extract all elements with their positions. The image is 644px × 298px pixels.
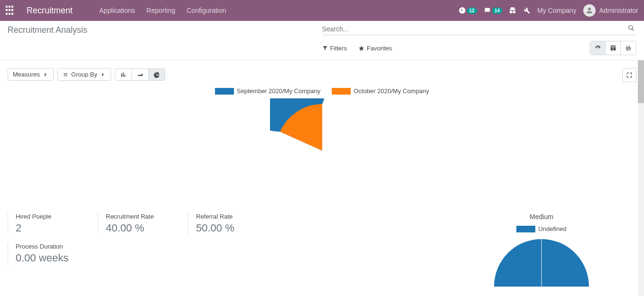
pie-svg (270, 98, 374, 203)
activity-indicator[interactable]: 12 (458, 7, 477, 14)
legend-item-1[interactable]: October 2020/My Company (332, 87, 429, 95)
medium-legend-label[interactable]: Undefined (538, 225, 566, 232)
app-brand[interactable]: Recruitment (27, 6, 73, 16)
metric-value: 50.00 % (196, 222, 271, 234)
view-graph-button[interactable] (621, 41, 636, 55)
list-icon (63, 72, 68, 77)
metric-value: 40.00 % (106, 222, 180, 234)
filters-label: Filters (330, 45, 347, 52)
nav-right: 12 14 My Company Administrator (458, 4, 638, 17)
medium-pie-svg (489, 234, 594, 287)
clock-icon (458, 7, 466, 14)
metric-hired: Hired Poeple 2 (8, 213, 98, 234)
view-dashboard-button[interactable] (590, 41, 606, 55)
graph-area: Measures Group By September (0, 60, 644, 296)
gift-icon (509, 7, 516, 14)
user-name: Administrator (599, 7, 638, 14)
scrollbar-thumb[interactable] (638, 60, 644, 103)
top-navbar: Recruitment Applications Reporting Confi… (0, 0, 644, 21)
pie-chart-icon (153, 71, 160, 78)
measures-label: Measures (13, 71, 40, 78)
view-switcher (590, 41, 636, 55)
medium-chart-block: Medium Undefined (461, 213, 622, 287)
activity-badge: 12 (467, 8, 477, 14)
nav-menu: Applications Reporting Configuration (99, 7, 226, 14)
pie-legend: September 2020/My Company October 2020/M… (8, 87, 636, 95)
dashboard-icon (595, 45, 601, 51)
main-pie-chart: September 2020/My Company October 2020/M… (8, 87, 636, 204)
nav-item-configuration[interactable]: Configuration (187, 7, 226, 14)
funnel-icon (322, 45, 328, 51)
nav-item-applications[interactable]: Applications (99, 7, 135, 14)
metric-value: 2 (16, 222, 90, 234)
measures-button[interactable]: Measures (8, 68, 54, 81)
metric-label: Recruitment Rate (106, 213, 180, 220)
expand-button[interactable] (622, 68, 636, 82)
chat-icon (484, 7, 491, 14)
line-chart-icon (137, 71, 143, 78)
search-input[interactable] (322, 25, 626, 33)
apps-icon[interactable] (6, 6, 15, 15)
search-bar (322, 25, 637, 35)
graph-icon (625, 45, 632, 51)
avatar (583, 4, 596, 17)
star-icon (358, 45, 364, 51)
medium-legend-swatch (516, 226, 535, 232)
expand-icon (626, 72, 633, 78)
caret-right-icon (45, 73, 48, 77)
pie-chart-button[interactable] (148, 68, 165, 81)
pivot-icon (610, 45, 616, 51)
groupby-button[interactable]: Group By (57, 68, 111, 81)
metric-label: Hired Poeple (16, 213, 90, 220)
metric-recruitment-rate: Recruitment Rate 40.00 % (98, 213, 188, 234)
metrics-row: Hired Poeple 2 Recruitment Rate 40.00 % … (8, 213, 636, 287)
line-chart-button[interactable] (131, 68, 149, 81)
metric-process-duration: Process Duration 0.00 weeks (8, 243, 278, 264)
medium-legend: Undefined (461, 225, 622, 232)
chart-type-group (115, 68, 165, 81)
scrollbar-track[interactable] (638, 60, 644, 296)
bar-chart-icon (120, 71, 127, 78)
user-icon (585, 6, 594, 15)
user-menu[interactable]: Administrator (583, 4, 638, 17)
metric-label: Referral Rate (196, 213, 271, 220)
legend-label-1: October 2020/My Company (354, 87, 429, 95)
wrench-icon (523, 7, 531, 14)
graph-toolbar: Measures Group By (8, 68, 636, 81)
medium-title: Medium (461, 213, 622, 221)
bar-chart-button[interactable] (115, 68, 132, 81)
caret-right-icon (102, 73, 106, 77)
favorites-label: Favorites (367, 45, 392, 52)
messages-indicator[interactable]: 14 (484, 7, 502, 14)
legend-label-0: September 2020/My Company (237, 87, 320, 95)
legend-swatch-1 (332, 88, 351, 95)
view-pivot-button[interactable] (606, 41, 621, 55)
gift-button[interactable] (509, 7, 516, 14)
tools-button[interactable] (523, 7, 531, 14)
legend-swatch-0 (215, 88, 234, 95)
company-selector[interactable]: My Company (537, 7, 576, 14)
page-title: Recruitment Analysis (8, 25, 322, 35)
metric-referral-rate: Referral Rate 50.00 % (188, 213, 278, 234)
metric-value: 0.00 weeks (16, 252, 271, 264)
messages-badge: 14 (492, 8, 502, 14)
metric-label: Process Duration (16, 243, 271, 250)
search-button[interactable] (626, 25, 636, 33)
groupby-label: Group By (71, 71, 97, 78)
favorites-button[interactable]: Favorites (358, 45, 392, 52)
search-filters: Filters Favorites (322, 45, 392, 52)
filters-button[interactable]: Filters (322, 45, 347, 52)
nav-item-reporting[interactable]: Reporting (147, 7, 176, 14)
legend-item-0[interactable]: September 2020/My Company (215, 87, 320, 95)
control-panel: Recruitment Analysis Filters Favorites (0, 21, 644, 60)
search-icon (628, 25, 635, 31)
